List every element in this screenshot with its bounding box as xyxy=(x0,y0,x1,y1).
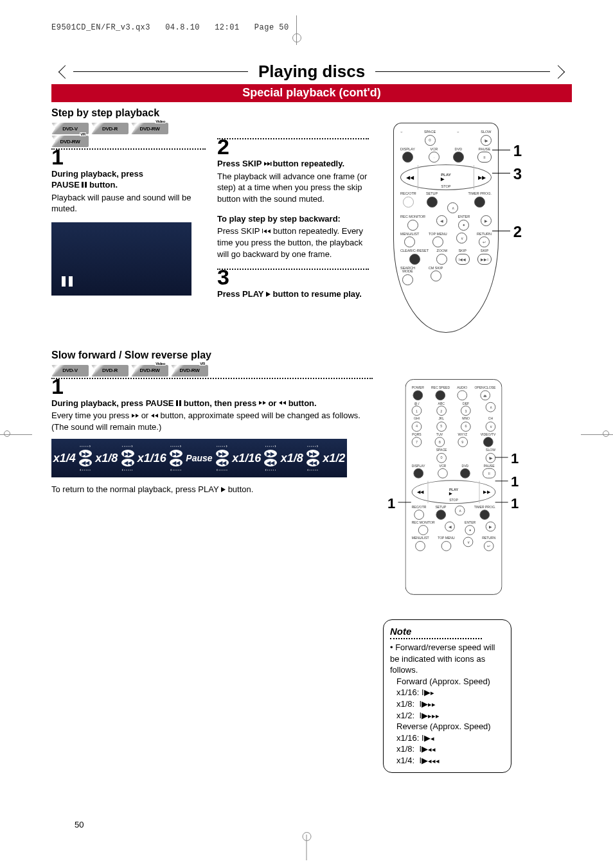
remote-rec xyxy=(403,197,414,208)
page-title: Playing discs xyxy=(248,62,375,82)
slow-step1-bold: During playback, press PAUSE button, the… xyxy=(51,398,371,409)
remote-cmskip xyxy=(431,270,441,281)
note-box: Note • Forward/reverse speed will be ind… xyxy=(383,619,511,773)
remote-setup xyxy=(427,197,438,208)
remote-skip-fwd: ▶▶I xyxy=(477,254,492,265)
note-fwd-2: x1/2: I▶▸▸▸ xyxy=(390,710,504,722)
callout-1-left: 1 xyxy=(387,495,395,511)
section-heading: Slow forward / Slow reverse play xyxy=(51,350,572,361)
remote-display xyxy=(413,468,423,478)
remote-search xyxy=(402,274,413,285)
remote-menulist xyxy=(404,236,415,247)
callout-1-r1: 1 xyxy=(511,450,519,466)
remote-audio xyxy=(457,390,467,400)
slow-step1-text: Every time you press or button, approxim… xyxy=(51,410,371,432)
remote-space: 0 xyxy=(436,452,447,463)
callout-1-r2: 1 xyxy=(511,474,519,490)
remote-vcr: · xyxy=(429,152,440,163)
pause-icon xyxy=(176,400,181,406)
remote-clear xyxy=(409,254,420,265)
dotted-rule-icon xyxy=(217,269,369,270)
badge-dvdr: DVD-R xyxy=(91,123,129,134)
dotted-rule-icon xyxy=(51,378,373,379)
pause-icon xyxy=(62,276,73,287)
remote-enter: ● xyxy=(458,220,469,231)
remote-rec xyxy=(414,509,424,519)
remote-5: 5 xyxy=(436,421,447,431)
rw-icon: ◀◀ xyxy=(216,459,229,466)
badge-dvdr: DVD-R xyxy=(91,365,129,376)
note-fwd-8: x1/8: I▶▸▸ xyxy=(390,698,504,710)
ff-icon: ▶▶ xyxy=(306,450,319,457)
speed-x1-4: x1/4 xyxy=(53,452,76,465)
note-title: Note xyxy=(390,625,482,639)
file-date: 04.8.10 xyxy=(165,23,200,32)
remote-space: 0 xyxy=(425,135,436,146)
ff-icon xyxy=(259,401,266,405)
note-rev-16: x1/16: I▶◂ xyxy=(390,732,504,744)
remote-open: ⏏ xyxy=(480,390,490,400)
remote-down: ∨ xyxy=(456,233,467,244)
remote-4: 4 xyxy=(412,421,422,431)
remote-recspeed xyxy=(436,390,446,400)
badge-dvdrw-vr: DVD-RWVR xyxy=(171,365,208,376)
remote-recmon xyxy=(407,220,418,231)
remote-right: ▶ xyxy=(481,215,492,226)
callout-1-r3: 1 xyxy=(511,495,519,511)
remote-setup xyxy=(436,509,446,519)
remote-enter: ● xyxy=(465,525,475,535)
section1-columns: DVD-V DVD-R DVD-RWVideo DVD-RWVR 1 Durin… xyxy=(51,123,572,333)
step2-bold: Press SKIP button repeatedly. xyxy=(217,159,369,170)
section-heading: Step by step playback xyxy=(51,107,572,119)
dotted-rule-icon xyxy=(51,148,206,150)
callout-3: 3 xyxy=(513,165,522,183)
remote-return: ↩ xyxy=(484,540,494,551)
rw-icon: ◀◀ xyxy=(121,459,134,466)
file-header: E9501CD_EN/FR_v3.qx3 04.8.10 12:01 Page … xyxy=(51,23,572,32)
remote-display xyxy=(402,152,413,163)
remote-ch-dn: ∨ xyxy=(486,421,496,431)
ff-icon: ▶▶ xyxy=(79,450,92,457)
speed-pause: Pause xyxy=(186,453,212,463)
note-rev-head: Reverse (Approx. Speed) xyxy=(390,721,504,732)
tv-illustration xyxy=(51,222,191,296)
ff-icon: ▶▶ xyxy=(170,450,182,457)
remote-slow: I▶ xyxy=(486,452,496,463)
step2-text: The playback will advance one frame (or … xyxy=(217,171,369,205)
remote-videotv xyxy=(483,437,493,447)
step2-back-bold: To play step by step backward: xyxy=(217,214,369,225)
file-page: Page 50 xyxy=(254,23,289,32)
remote-illustration: POWER REC SPEED AUDIO OPEN/CLOSE⏏ @./1 A… xyxy=(405,379,502,594)
slow-resume: To return to the normal playback, press … xyxy=(51,484,371,495)
rw-icon: ◀◀ xyxy=(79,459,92,466)
file-name: E9501CD_EN/FR_v3.qx3 xyxy=(51,23,150,32)
play-icon xyxy=(266,292,271,297)
rw-icon: ◀◀ xyxy=(264,459,277,466)
remote-menulist xyxy=(415,540,425,551)
rw-icon xyxy=(151,414,158,418)
remote-fwd: ▶▶ xyxy=(483,489,490,494)
step1-bold: During playback, press PAUSE button. xyxy=(51,169,206,191)
speed-x1-8b: x1/8 xyxy=(281,452,303,465)
remote-recmon xyxy=(418,525,429,535)
ff-icon: ▶▶ xyxy=(264,450,277,457)
disc-badges: DVD-V DVD-R DVD-RWVideo xyxy=(51,123,206,134)
remote-power xyxy=(413,390,423,400)
remote-topmenu xyxy=(441,540,452,551)
rule-icon xyxy=(375,71,550,72)
remote-rew: ◀◀ xyxy=(406,175,414,181)
dotted-rule-icon xyxy=(217,138,369,139)
note-intro: • Forward/reverse speed will be indicate… xyxy=(390,642,504,676)
step3-bold: Press PLAY button to resume play. xyxy=(217,289,369,300)
remote-topmenu xyxy=(432,236,443,247)
remote-2: 2 xyxy=(436,405,447,416)
remote-up: ∧ xyxy=(455,505,465,515)
badge-dvdrw-vr: DVD-RWVR xyxy=(51,136,89,147)
ff-icon: ▶▶ xyxy=(121,450,134,457)
col-remote1: ⌣SPACE0 ⌣SLOWI▶ DISPLAY VCR· DVD PAUSEII… xyxy=(380,123,511,333)
chevron-left-icon xyxy=(51,64,73,80)
col-remote2: POWER REC SPEED AUDIO OPEN/CLOSE⏏ @./1 A… xyxy=(383,379,524,774)
remote-up: ∧ xyxy=(447,202,458,213)
remote-body: POWER REC SPEED AUDIO OPEN/CLOSE⏏ @./1 A… xyxy=(405,379,502,594)
remote-fwd: ▶▶ xyxy=(478,175,486,181)
